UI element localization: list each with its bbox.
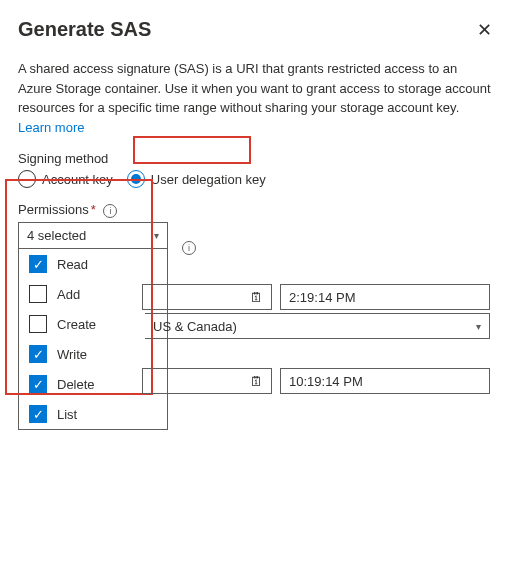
radio-icon [18, 170, 36, 188]
calendar-icon: 🗓 [250, 290, 263, 305]
signing-method-label: Signing method [18, 151, 492, 166]
checkbox-icon: ✓ [29, 375, 47, 393]
close-icon[interactable]: ✕ [477, 19, 492, 41]
chevron-down-icon: ▾ [476, 321, 481, 332]
start-timezone-field[interactable]: US & Canada) ▾ [145, 313, 490, 339]
perm-option-read[interactable]: ✓Read [19, 249, 167, 279]
description-text: A shared access signature (SAS) is a URI… [18, 59, 492, 137]
start-date-field[interactable]: 🗓 [142, 284, 272, 310]
learn-more-link[interactable]: Learn more [18, 120, 84, 135]
perm-option-list[interactable]: ✓List [19, 399, 167, 429]
permissions-list: ✓Read Add Create ✓Write ✓Delete ✓List [19, 249, 167, 429]
checkbox-icon: ✓ [29, 255, 47, 273]
perm-option-write[interactable]: ✓Write [19, 339, 167, 369]
radio-icon [127, 170, 145, 188]
radio-account-key[interactable]: Account key [18, 170, 113, 188]
page-title: Generate SAS [18, 18, 151, 41]
expiry-time-field[interactable]: 10:19:14 PM [280, 368, 490, 394]
checkbox-icon: ✓ [29, 345, 47, 363]
checkbox-icon [29, 315, 47, 333]
info-icon[interactable]: i [182, 241, 196, 255]
radio-user-delegation-key[interactable]: User delegation key [127, 170, 266, 188]
checkbox-icon [29, 285, 47, 303]
expiry-date-field[interactable]: 🗓 [142, 368, 272, 394]
permissions-summary: 4 selected [27, 228, 86, 243]
start-time-field[interactable]: 2:19:14 PM [280, 284, 490, 310]
required-asterisk: * [91, 202, 96, 217]
info-icon[interactable]: i [103, 204, 117, 218]
chevron-down-icon: ▾ [154, 230, 159, 241]
permissions-label: Permissions* i [18, 202, 492, 218]
checkbox-icon: ✓ [29, 405, 47, 423]
calendar-icon: 🗓 [250, 374, 263, 389]
